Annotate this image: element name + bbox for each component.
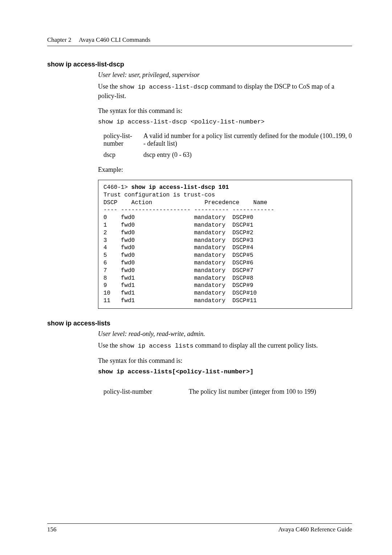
- command-description: Use the show ip access lists command to …: [98, 341, 352, 351]
- param-desc: The policy list number (integer from 100…: [189, 388, 352, 396]
- example-command: show ip access-list-dscp 101: [131, 184, 229, 191]
- page-footer: 156 Avaya C460 Reference Guide: [47, 523, 352, 533]
- example-line: 3 fwd0 mandatory DSCP#3: [103, 237, 253, 244]
- desc-command: show ip access lists: [119, 343, 193, 349]
- desc-text: command to display all the current polic…: [193, 342, 318, 349]
- example-line: 7 fwd0 mandatory DSCP#7: [103, 267, 253, 274]
- desc-command: show ip access-list-dscp: [119, 84, 208, 90]
- syntax-command: show ip access-lists[<policy-list-number…: [98, 368, 352, 376]
- example-output-box: C460-1> show ip access-list-dscp 101 Tru…: [98, 180, 352, 309]
- command-description: Use the show ip access-list-dscp command…: [98, 82, 352, 100]
- param-row: policy-list-number A valid id number for…: [103, 132, 352, 147]
- param-desc: dscp entry (0 - 63): [143, 151, 352, 159]
- example-line: 2 fwd0 mandatory DSCP#2: [103, 230, 253, 236]
- syntax-label: The syntax for this command is:: [98, 106, 352, 115]
- example-prompt: C460-1>: [103, 184, 131, 191]
- example-line: 11 fwd1 mandatory DSCP#11: [103, 297, 257, 304]
- param-desc: A valid id number for a policy list curr…: [143, 132, 352, 147]
- param-name: dscp: [103, 151, 134, 159]
- example-line: 0 fwd0 mandatory DSCP#0: [103, 214, 253, 221]
- example-label: Example:: [98, 165, 352, 174]
- example-line: ---- -------------------- ---------- ---…: [103, 207, 274, 213]
- example-line: 8 fwd1 mandatory DSCP#8: [103, 275, 253, 281]
- section-heading: show ip access-list-dscp: [47, 61, 352, 68]
- example-line: 1 fwd0 mandatory DSCP#1: [103, 222, 253, 228]
- param-row: dscp dscp entry (0 - 63): [103, 151, 352, 159]
- section-heading: show ip access-lists: [47, 320, 352, 327]
- page-number: 156: [47, 526, 57, 533]
- user-level: User level: read-only, read-write, admin…: [98, 329, 352, 338]
- example-line: DSCP Action Precedence Name: [103, 199, 267, 206]
- footer-reference: Avaya C460 Reference Guide: [278, 526, 352, 533]
- chapter-number: Chapter 2: [47, 36, 72, 43]
- example-line: 6 fwd0 mandatory DSCP#6: [103, 260, 253, 266]
- param-name: policy-list-number: [103, 388, 180, 396]
- desc-text: Use the: [98, 342, 119, 349]
- chapter-title: Avaya C460 CLI Commands: [79, 36, 151, 43]
- user-level: User level: user, privileged, supervisor: [98, 70, 352, 79]
- syntax-command: show ip access-list-dscp <policy-list-nu…: [98, 118, 352, 126]
- syntax-label: The syntax for this command is:: [98, 356, 352, 365]
- example-line: 9 fwd1 mandatory DSCP#9: [103, 282, 253, 289]
- page-header: Chapter 2 Avaya C460 CLI Commands: [47, 36, 352, 44]
- example-line: 5 fwd0 mandatory DSCP#5: [103, 252, 253, 259]
- example-line: 10 fwd1 mandatory DSCP#10: [103, 290, 257, 296]
- example-line: Trust configuration is trust-cos: [103, 192, 215, 198]
- example-line: 4 fwd0 mandatory DSCP#4: [103, 244, 253, 251]
- header-rule: [47, 46, 352, 46]
- param-name: policy-list-number: [103, 132, 134, 147]
- desc-text: Use the: [98, 83, 119, 90]
- param-row: policy-list-number The policy list numbe…: [103, 388, 352, 396]
